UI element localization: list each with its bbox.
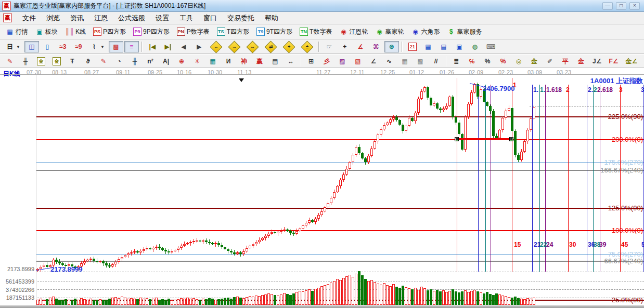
winner-wheel-button[interactable]: ◉赢家轮 bbox=[372, 26, 407, 38]
first-kline-button[interactable]: |◀ bbox=[145, 41, 160, 52]
print-setup-button[interactable]: ⌨ bbox=[483, 41, 498, 52]
window-minimize-button[interactable]: — bbox=[602, 2, 613, 10]
zoom-out-button[interactable]: ± bbox=[299, 41, 316, 53]
compress-horizontal-button[interactable]: ⇄ bbox=[262, 41, 279, 53]
9p-square-button[interactable]: P99P四方形 bbox=[130, 26, 173, 38]
candle-style-button[interactable]: ⌇▼ bbox=[87, 41, 108, 52]
window-close-button[interactable]: × bbox=[629, 2, 640, 10]
circle-cross-button[interactable]: ⊕ bbox=[174, 56, 189, 67]
j-angle-button[interactable]: J∠ bbox=[589, 56, 604, 67]
percent-line-button[interactable]: % bbox=[496, 56, 510, 67]
time-clock-button[interactable]: ◔ bbox=[112, 56, 126, 67]
save-button[interactable]: ▣ bbox=[452, 41, 467, 52]
angle-fan-button[interactable]: ∠ bbox=[366, 56, 381, 67]
t-square-button[interactable]: TST四方形 bbox=[214, 26, 252, 38]
zoom-in-button[interactable]: + bbox=[280, 41, 298, 53]
menu-item-5[interactable]: 设置 bbox=[150, 12, 174, 24]
notes-button[interactable]: ▤ bbox=[436, 41, 451, 52]
menu-item-1[interactable]: 浏览 bbox=[41, 12, 65, 24]
t-number-table-button[interactable]: TNT数字表 bbox=[297, 26, 335, 38]
percent-button[interactable]: % bbox=[480, 56, 495, 67]
f-angle-button[interactable]: F∠ bbox=[606, 56, 621, 67]
gold-lines-button[interactable]: 金 bbox=[527, 56, 542, 67]
pct-fraction-button[interactable]: ℅ bbox=[465, 56, 479, 67]
menu-item-2[interactable]: 资讯 bbox=[65, 12, 89, 24]
chart-layout-button[interactable]: ◫ bbox=[24, 41, 39, 52]
bottom-scroll-strip[interactable] bbox=[0, 305, 644, 308]
web-update-button[interactable]: ◍ bbox=[468, 41, 482, 52]
parallel-lines-button[interactable]: // bbox=[429, 56, 443, 67]
gann-wheel-button[interactable]: ◉江恩轮 bbox=[336, 26, 371, 38]
next-kline-button[interactable]: ▶ bbox=[192, 41, 207, 52]
wave-9-button[interactable]: ≈9 bbox=[71, 41, 86, 52]
angle-mirror-button[interactable]: A| bbox=[159, 56, 173, 67]
avg-band-button[interactable]: 平 bbox=[558, 56, 573, 67]
gold-circle-button[interactable]: ◎ bbox=[511, 56, 526, 67]
ying-tool-button[interactable]: 赢 bbox=[252, 56, 267, 67]
period-day-button[interactable]: 日▼ bbox=[3, 41, 23, 52]
comb-lines-2-button[interactable]: ╫ bbox=[127, 56, 142, 67]
menu-item-0[interactable]: 文件 bbox=[17, 12, 41, 24]
hexagon-button[interactable]: ◉六角形 bbox=[408, 26, 443, 38]
box-fan-2-button[interactable]: ▧ bbox=[351, 56, 365, 67]
red-brush-button[interactable]: ✎ bbox=[96, 56, 111, 67]
box-anchor-button[interactable]: ⊞ bbox=[304, 56, 318, 67]
prev-kline-button[interactable]: ◀ bbox=[176, 41, 191, 52]
shift-left-button[interactable]: ← bbox=[208, 41, 225, 53]
grid-b-button[interactable]: ▩ bbox=[413, 56, 428, 67]
gann-anchor-handle[interactable] bbox=[455, 137, 459, 141]
crosshair-button[interactable]: + bbox=[338, 41, 352, 52]
last-kline-button[interactable]: ▶| bbox=[161, 41, 175, 52]
wave-3-button[interactable]: ≈3 bbox=[56, 41, 70, 52]
box-fan-button[interactable]: ▨ bbox=[335, 56, 350, 67]
pattern-select-button[interactable]: ▩ bbox=[109, 41, 123, 52]
brush-tool-button[interactable]: ✎ bbox=[3, 56, 17, 67]
gold-angle-button[interactable]: 金∠ bbox=[623, 56, 641, 67]
scale-chart-button[interactable]: ≣ bbox=[449, 56, 463, 67]
menu-item-4[interactable]: 公式选股 bbox=[113, 12, 150, 24]
gold-grid-a-button[interactable]: 金 bbox=[34, 56, 48, 67]
k-mark-button[interactable]: И bbox=[221, 56, 236, 67]
winner-service-button[interactable]: $赢家服务 bbox=[444, 26, 485, 38]
calendar-button[interactable]: 21 bbox=[405, 41, 420, 52]
gold-band-button[interactable]: 金 bbox=[574, 56, 588, 67]
comb-lines-button[interactable]: ╫ bbox=[18, 56, 33, 67]
title-bar[interactable]: 赢 赢家江恩专业版[赢家内部服务平台] - [上证指数 SH1A0001-167… bbox=[0, 0, 644, 12]
p-square-button[interactable]: PSP四方形 bbox=[90, 26, 129, 38]
window-maximize-button[interactable]: □ bbox=[616, 2, 626, 10]
f-lines-button[interactable]: Ŧ bbox=[65, 56, 80, 67]
n-squared-button[interactable]: n² bbox=[143, 56, 158, 67]
expand-horizontal-button[interactable]: ↔ bbox=[244, 41, 261, 53]
angle-measure-button[interactable]: ∡ bbox=[353, 41, 368, 52]
shift-right-button[interactable]: → bbox=[226, 41, 243, 53]
menu-item-9[interactable]: 帮助 bbox=[260, 12, 284, 24]
chart-plot-area[interactable]: 日K线 1A0001 上证指数 07-3008-1308-2709-1109-2… bbox=[0, 68, 644, 308]
gann-anchor-handle[interactable] bbox=[509, 137, 513, 141]
sectors-button[interactable]: ▣板块 bbox=[32, 26, 61, 38]
drag-hand-button[interactable]: ☞ bbox=[322, 41, 337, 52]
gold-grid-b-button[interactable]: 金 bbox=[49, 56, 64, 67]
red-fan-button[interactable]: 彡 bbox=[319, 56, 334, 67]
p-number-table-button[interactable]: PNP数字表 bbox=[174, 26, 213, 38]
grid-a-button[interactable]: ▦ bbox=[397, 56, 412, 67]
ruler-123-button[interactable]: ▤ bbox=[268, 56, 282, 67]
grid-flower-button[interactable]: ▦ bbox=[205, 56, 220, 67]
gann-module-button[interactable]: ⌘ bbox=[369, 41, 383, 52]
profile-histogram-button[interactable]: ≡ bbox=[124, 41, 139, 52]
shen-angle-button[interactable]: 神∠ bbox=[641, 56, 644, 67]
wheel-module-button[interactable]: ⊛ bbox=[384, 41, 399, 52]
9t-square-button[interactable]: T99T四方形 bbox=[253, 26, 295, 38]
info-doc-button[interactable]: ▯ bbox=[40, 41, 55, 52]
menu-item-8[interactable]: 交易委托 bbox=[222, 12, 260, 24]
kline-button[interactable]: ║║K线 bbox=[62, 26, 89, 38]
menu-item-3[interactable]: 江恩 bbox=[89, 12, 113, 24]
gann-flower-button[interactable]: ✳ bbox=[190, 56, 204, 67]
calculator-button[interactable]: ▦ bbox=[421, 41, 435, 52]
quotes-button[interactable]: ▦行情 bbox=[3, 26, 31, 38]
menu-item-7[interactable]: 窗口 bbox=[198, 12, 222, 24]
shen-tool-button[interactable]: 神 bbox=[237, 56, 251, 67]
menu-item-6[interactable]: 工具 bbox=[174, 12, 198, 24]
spiral-tool-button[interactable]: ϑ bbox=[81, 56, 95, 67]
span-arrows-button[interactable]: ↔ bbox=[284, 56, 298, 67]
wave-lines-button[interactable]: ∿ bbox=[382, 56, 396, 67]
